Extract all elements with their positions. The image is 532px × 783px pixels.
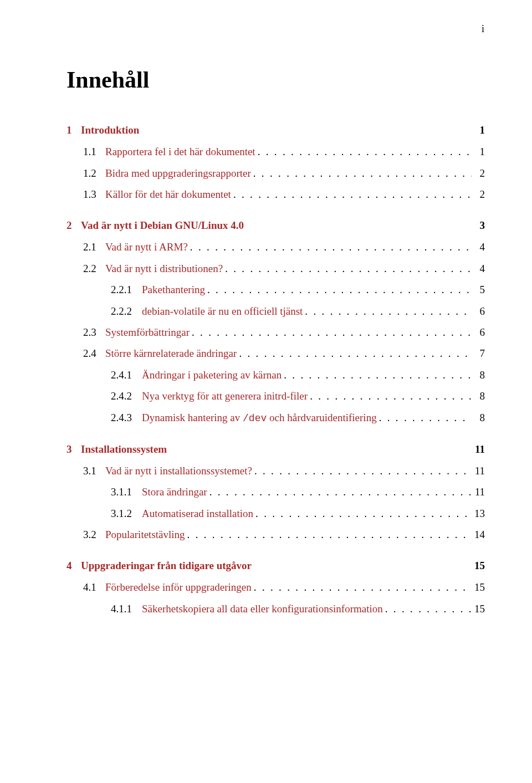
toc-entry-label[interactable]: Vad är nytt i ARM? bbox=[105, 239, 188, 255]
toc-entry-page[interactable]: 11 bbox=[472, 484, 485, 500]
toc-title: Innehåll bbox=[66, 66, 485, 93]
toc-leader: . . . . . . . . . . . . . . . . . . . . … bbox=[207, 484, 472, 500]
toc-entry-label[interactable]: Större kärnrelaterade ändringar bbox=[105, 345, 237, 361]
toc-entry-number[interactable]: 2.2 bbox=[83, 260, 105, 277]
toc-entry-label[interactable]: Bidra med uppgraderingsrapporter bbox=[105, 165, 251, 181]
toc-leader: . . . . . . . . . . . . . . . . . . . . … bbox=[253, 505, 472, 521]
toc-leader: . . . . . . . . . . . . . . . . . . . . … bbox=[308, 388, 472, 404]
toc-leader: . . . . . . . . . . . . . . . . . . . . … bbox=[383, 601, 472, 617]
toc-entry-label[interactable]: Vad är nytt i distributionen? bbox=[105, 260, 223, 277]
toc-entry-page[interactable]: 8 bbox=[472, 367, 485, 383]
toc-entry-page[interactable]: 11 bbox=[472, 441, 485, 457]
toc-leader: . . . . . . . . . . . . . . . . . . . . … bbox=[185, 526, 472, 543]
toc-entry: 3.1Vad är nytt i installationssystemet?.… bbox=[66, 463, 485, 479]
toc-entry-number[interactable]: 1.2 bbox=[83, 165, 105, 181]
toc-entry-page[interactable]: 7 bbox=[472, 345, 485, 361]
toc-entry-label[interactable]: Rapportera fel i det här dokumentet bbox=[105, 144, 255, 160]
toc-entry-page[interactable]: 4 bbox=[472, 239, 485, 255]
toc-entry: 2.2Vad är nytt i distributionen?. . . . … bbox=[66, 260, 485, 277]
toc-entry-page[interactable]: 1 bbox=[472, 144, 485, 160]
toc-entry: 2.4.1Ändringar i paketering av kärnan. .… bbox=[66, 367, 485, 383]
toc-entry: 1.1Rapportera fel i det här dokumentet. … bbox=[66, 144, 485, 160]
toc-entry-number[interactable]: 2 bbox=[66, 217, 81, 233]
table-of-contents: 1Introduktion11.1Rapportera fel i det hä… bbox=[66, 122, 485, 617]
toc-entry-page[interactable]: 2 bbox=[472, 165, 485, 181]
toc-entry-label[interactable]: Systemförbättringar bbox=[105, 324, 190, 340]
toc-entry-number[interactable]: 1 bbox=[66, 122, 81, 138]
toc-entry-label[interactable]: Uppgraderingar från tidigare utgåvor bbox=[81, 557, 252, 574]
toc-leader: . . . . . . . . . . . . . . . . . . . . … bbox=[237, 345, 472, 361]
toc-entry-number[interactable]: 2.2.1 bbox=[111, 282, 142, 298]
toc-entry-number[interactable]: 4.1 bbox=[83, 579, 105, 595]
toc-entry-label[interactable]: Ändringar i paketering av kärnan bbox=[142, 367, 282, 383]
toc-entry: 2.2.2debian-volatile är nu en officiell … bbox=[66, 303, 485, 319]
toc-entry-page[interactable]: 15 bbox=[472, 557, 485, 574]
toc-entry-page[interactable]: 8 bbox=[472, 410, 485, 426]
toc-entry-label[interactable]: Pakethantering bbox=[142, 282, 205, 298]
toc-entry-page[interactable]: 13 bbox=[472, 505, 485, 521]
toc-entry-number[interactable]: 2.3 bbox=[83, 324, 105, 340]
toc-entry-label[interactable]: Installationssystem bbox=[81, 441, 167, 457]
toc-entry-label[interactable]: Automatiserad installation bbox=[142, 505, 253, 521]
toc-entry-number[interactable]: 2.4 bbox=[83, 345, 105, 361]
toc-entry-number[interactable]: 4 bbox=[66, 557, 81, 574]
toc-entry-label[interactable]: Dynamisk hantering av /dev och hårdvarui… bbox=[142, 410, 377, 427]
toc-entry-number[interactable]: 3.1 bbox=[83, 463, 105, 479]
toc-leader: . . . . . . . . . . . . . . . . . . . . … bbox=[303, 303, 472, 319]
toc-entry-label[interactable]: Källor för det här dokumentet bbox=[105, 186, 231, 202]
toc-entry-page[interactable]: 1 bbox=[472, 122, 485, 138]
toc-entry-page[interactable]: 6 bbox=[472, 324, 485, 340]
page-number: i bbox=[482, 23, 484, 35]
toc-entry: 2.3Systemförbättringar. . . . . . . . . … bbox=[66, 324, 485, 340]
toc-entry-page[interactable]: 4 bbox=[472, 260, 485, 277]
toc-entry: 4Uppgraderingar från tidigare utgåvor15 bbox=[66, 557, 485, 574]
page-content: Innehåll 1Introduktion11.1Rapportera fel… bbox=[0, 0, 532, 644]
toc-entry-label[interactable]: Vad är nytt i installationssystemet? bbox=[105, 463, 252, 479]
toc-entry-label[interactable]: Popularitetstävling bbox=[105, 526, 185, 543]
toc-leader: . . . . . . . . . . . . . . . . . . . . … bbox=[223, 260, 472, 277]
toc-entry-label[interactable]: Säkerhetskopiera all data eller konfigur… bbox=[142, 601, 383, 617]
toc-entry-page[interactable]: 3 bbox=[472, 217, 485, 233]
toc-entry-page[interactable]: 2 bbox=[472, 186, 485, 202]
toc-entry-page[interactable]: 15 bbox=[472, 601, 485, 617]
toc-entry-number[interactable]: 2.1 bbox=[83, 239, 105, 255]
toc-entry-number[interactable]: 2.2.2 bbox=[111, 303, 142, 319]
toc-entry-number[interactable]: 1.1 bbox=[83, 144, 105, 160]
toc-leader: . . . . . . . . . . . . . . . . . . . . … bbox=[231, 186, 472, 202]
toc-leader: . . . . . . . . . . . . . . . . . . . . … bbox=[251, 165, 472, 181]
toc-entry-label[interactable]: Introduktion bbox=[81, 122, 139, 138]
toc-entry-page[interactable]: 15 bbox=[472, 579, 485, 595]
toc-entry-number[interactable]: 3.1.1 bbox=[111, 484, 142, 500]
toc-entry-page[interactable]: 14 bbox=[472, 526, 485, 543]
toc-entry: 2.1Vad är nytt i ARM?. . . . . . . . . .… bbox=[66, 239, 485, 255]
toc-entry: 2Vad är nytt i Debian GNU/Linux 4.03 bbox=[66, 217, 485, 233]
toc-entry: 4.1.1Säkerhetskopiera all data eller kon… bbox=[66, 601, 485, 617]
toc-entry-number[interactable]: 3.2 bbox=[83, 526, 105, 543]
toc-entry: 2.4.3Dynamisk hantering av /dev och hård… bbox=[66, 410, 485, 427]
toc-entry: 1.2Bidra med uppgraderingsrapporter. . .… bbox=[66, 165, 485, 181]
toc-entry: 3Installationssystem11 bbox=[66, 441, 485, 457]
toc-entry-number[interactable]: 3.1.2 bbox=[111, 505, 142, 521]
toc-leader: . . . . . . . . . . . . . . . . . . . . … bbox=[252, 463, 472, 479]
toc-entry-number[interactable]: 2.4.1 bbox=[111, 367, 142, 383]
toc-entry-label[interactable]: Nya verktyg för att generera initrd-file… bbox=[142, 388, 308, 404]
toc-entry-label[interactable]: debian-volatile är nu en officiell tjäns… bbox=[142, 303, 303, 319]
toc-entry-page[interactable]: 6 bbox=[472, 303, 485, 319]
toc-entry-number[interactable]: 2.4.3 bbox=[111, 410, 142, 426]
toc-leader: . . . . . . . . . . . . . . . . . . . . … bbox=[188, 239, 472, 255]
toc-leader: . . . . . . . . . . . . . . . . . . . . … bbox=[205, 282, 472, 298]
toc-entry-label[interactable]: Vad är nytt i Debian GNU/Linux 4.0 bbox=[81, 217, 244, 233]
toc-entry-number[interactable]: 4.1.1 bbox=[111, 601, 142, 617]
toc-entry: 2.4Större kärnrelaterade ändringar. . . … bbox=[66, 345, 485, 361]
toc-entry-label[interactable]: Stora ändringar bbox=[142, 484, 207, 500]
toc-leader: . . . . . . . . . . . . . . . . . . . . … bbox=[255, 144, 472, 160]
toc-leader: . . . . . . . . . . . . . . . . . . . . … bbox=[252, 579, 472, 595]
toc-entry-number[interactable]: 2.4.2 bbox=[111, 388, 142, 404]
toc-entry-label[interactable]: Förberedelse inför uppgraderingen bbox=[105, 579, 252, 595]
toc-entry-page[interactable]: 5 bbox=[472, 282, 485, 298]
toc-entry: 3.1.2Automatiserad installation. . . . .… bbox=[66, 505, 485, 521]
toc-entry-number[interactable]: 3 bbox=[66, 441, 81, 457]
toc-entry-page[interactable]: 11 bbox=[472, 463, 485, 479]
toc-entry-number[interactable]: 1.3 bbox=[83, 186, 105, 202]
toc-entry-page[interactable]: 8 bbox=[472, 388, 485, 404]
